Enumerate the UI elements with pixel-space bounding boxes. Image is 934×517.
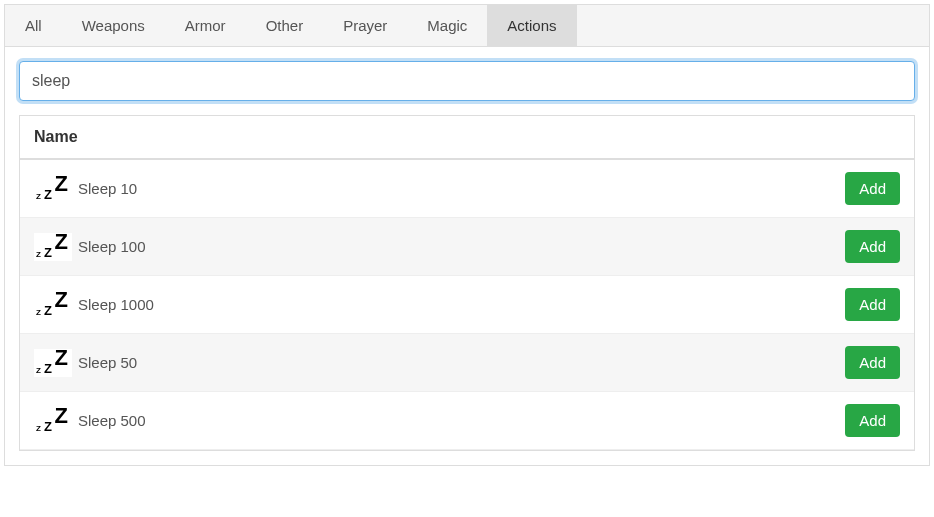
tab-actions[interactable]: Actions — [487, 5, 576, 46]
items-panel: All Weapons Armor Other Prayer Magic Act… — [4, 4, 930, 466]
tab-armor[interactable]: Armor — [165, 5, 246, 46]
row-name: Sleep 100 — [78, 238, 845, 255]
tab-magic[interactable]: Magic — [407, 5, 487, 46]
sleep-icon: ZZZ — [34, 407, 72, 435]
tab-weapons[interactable]: Weapons — [62, 5, 165, 46]
sleep-icon: ZZZ — [34, 349, 72, 377]
add-button[interactable]: Add — [845, 172, 900, 205]
row-name: Sleep 50 — [78, 354, 845, 371]
sleep-icon: ZZZ — [34, 291, 72, 319]
table-row: ZZZ Sleep 1000 Add — [20, 276, 914, 334]
search-input[interactable] — [19, 61, 915, 101]
row-name: Sleep 1000 — [78, 296, 845, 313]
add-button[interactable]: Add — [845, 346, 900, 379]
tab-other[interactable]: Other — [246, 5, 324, 46]
results-body[interactable]: ZZZ Sleep 10 Add ZZZ Sleep 100 Add ZZZ — [20, 160, 914, 450]
row-name: Sleep 10 — [78, 180, 845, 197]
table-row: ZZZ Sleep 500 Add — [20, 392, 914, 450]
tab-all[interactable]: All — [5, 5, 62, 46]
search-container — [5, 47, 929, 115]
add-button[interactable]: Add — [845, 404, 900, 437]
category-tabs: All Weapons Armor Other Prayer Magic Act… — [5, 5, 929, 47]
table-row: ZZZ Sleep 10 Add — [20, 160, 914, 218]
sleep-icon: ZZZ — [34, 233, 72, 261]
table-row: ZZZ Sleep 100 Add — [20, 218, 914, 276]
row-name: Sleep 500 — [78, 412, 845, 429]
sleep-icon: ZZZ — [34, 175, 72, 203]
results-table: Name ZZZ Sleep 10 Add ZZZ Sleep 100 Add — [19, 115, 915, 451]
add-button[interactable]: Add — [845, 288, 900, 321]
column-header-name: Name — [20, 116, 914, 160]
table-row: ZZZ Sleep 50 Add — [20, 334, 914, 392]
tab-prayer[interactable]: Prayer — [323, 5, 407, 46]
add-button[interactable]: Add — [845, 230, 900, 263]
